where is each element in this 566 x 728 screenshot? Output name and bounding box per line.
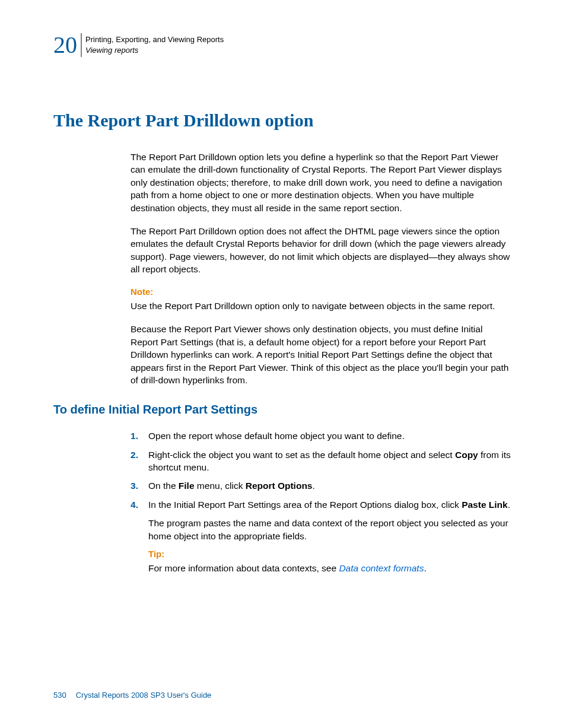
main-heading: The Report Part Drilldown option (53, 110, 513, 131)
note-text: Use the Report Part Drilldown option onl… (131, 300, 513, 312)
step-3-post: . (313, 481, 315, 491)
tip-post: . (424, 563, 426, 573)
tip-text: For more information about data contexts… (148, 562, 513, 574)
steps-list: Open the report whose default home objec… (131, 430, 513, 574)
header-divider (81, 33, 82, 57)
step-4-post: . (508, 500, 510, 510)
paragraph-1: The Report Part Drilldown option lets yo… (131, 151, 513, 214)
section-title: Viewing reports (85, 45, 224, 56)
step-1: Open the report whose default home objec… (131, 430, 513, 442)
step-3-mid: menu, click (195, 481, 246, 491)
step-3-bold-2: Report Options (246, 481, 313, 491)
step-4-result: The program pastes the name and data con… (148, 517, 513, 542)
step-3: On the File menu, click Report Options. (131, 479, 513, 492)
tip-pre: For more information about data contexts… (148, 563, 339, 573)
step-2: Right-click the object you want to set a… (131, 449, 513, 474)
page-header: 20 Printing, Exporting, and Viewing Repo… (53, 33, 513, 57)
chapter-title: Printing, Exporting, and Viewing Reports (85, 34, 224, 45)
doc-title: Crystal Reports 2008 SP3 User's Guide (76, 691, 212, 700)
tip-label: Tip: (148, 548, 513, 561)
step-4-pre: In the Initial Report Part Settings area… (148, 500, 462, 510)
step-3-bold-1: File (179, 481, 195, 491)
page-number: 530 (53, 691, 66, 700)
note-label: Note: (131, 286, 513, 298)
step-2-bold: Copy (455, 450, 478, 460)
chapter-number: 20 (53, 33, 77, 57)
paragraph-3: Because the Report Part Viewer shows onl… (131, 323, 513, 386)
paragraph-2: The Report Part Drilldown option does no… (131, 225, 513, 276)
step-2-pre: Right-click the object you want to set a… (148, 450, 455, 460)
page-footer: 530Crystal Reports 2008 SP3 User's Guide (53, 691, 211, 700)
step-1-text: Open the report whose default home objec… (148, 431, 405, 441)
step-3-pre: On the (148, 481, 179, 491)
step-4-bold: Paste Link (462, 500, 508, 510)
data-context-formats-link[interactable]: Data context formats (339, 563, 424, 573)
step-4: In the Initial Report Part Settings area… (131, 498, 513, 574)
sub-heading: To define Initial Report Part Settings (53, 403, 513, 417)
